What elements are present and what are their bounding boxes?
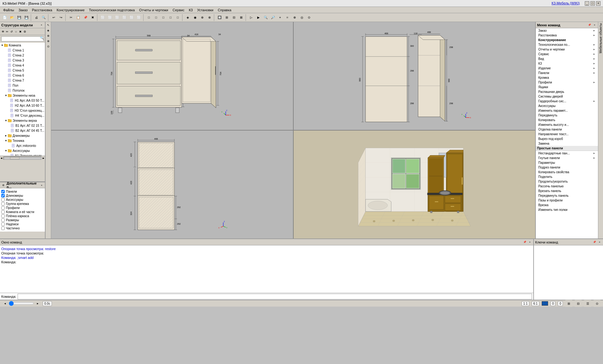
tb-d2[interactable]: ◉ [192,14,198,21]
tb-d3[interactable]: ⊕ [199,14,206,21]
cmd-item-1-4[interactable]: Ящики [536,85,598,89]
menu-design[interactable]: Конструирование [55,8,86,13]
tb-b3[interactable]: ⬜ [114,14,121,21]
cmd-item-1-13[interactable]: Отделка панели [536,127,598,132]
cmd-item-0-6[interactable]: Вид► [536,56,598,61]
tb-d1[interactable]: ◈ [184,14,191,21]
cmd-item-2-6[interactable]: Продлить/укоротить [536,179,598,184]
cmd-item-2-10[interactable]: Пазы и профили [536,198,598,203]
tree-item-22[interactable]: А1 'Зеркало квадр... [0,153,45,156]
tb-b6[interactable]: ⬜ [135,14,142,21]
tb-copy[interactable]: 📋 [75,14,82,21]
cmd-item-1-0[interactable]: Изделие► [536,66,598,71]
cmd-item-2-9[interactable]: Передвинуть панель [536,193,598,198]
menu-order[interactable]: Заказ [17,8,30,13]
tb-b4[interactable]: ⬜ [121,14,128,21]
cmd-pin[interactable]: 📌 [587,23,592,27]
keys-close[interactable]: × [597,240,602,244]
cmd-item-2-5[interactable]: Поделить [536,174,598,179]
menu-help[interactable]: Справка [216,8,233,13]
checkbox-3[interactable] [1,202,5,206]
cmd-item-2-1[interactable]: Гнутые панели► [536,156,598,160]
structure-search-input[interactable] [1,36,44,41]
struct-delete[interactable]: ✖ [18,29,23,34]
tb-zoom2[interactable]: 🔎 [269,14,276,21]
tb-b2[interactable]: ⬜ [106,14,113,21]
checkbox-9[interactable] [1,227,5,230]
vt4[interactable]: ⊗ [46,39,51,44]
tree-item-18[interactable]: ►Длиномеры [0,133,45,138]
checkbox-1[interactable] [1,194,5,197]
cmd-item-1-12[interactable]: Изменить высоту и... [536,122,598,127]
checkbox-2[interactable] [1,198,5,201]
status-btn1[interactable]: ⊞ [565,300,572,307]
tb-e1[interactable]: 🔲 [216,14,223,21]
menu-placement[interactable]: Расстановка [30,8,54,13]
viewport-3d[interactable] [294,131,535,238]
tree-item-13[interactable]: Н3 'Стол односекц... [0,108,45,113]
tb-print[interactable]: 🖨 [33,14,40,21]
tb-cut[interactable]: ✂ [68,14,74,21]
wiki-link[interactable]: К3-Мебель (WIKI) [551,1,580,6]
cmd-item-1-14[interactable]: Направление текст... [536,132,598,136]
tb-g3[interactable]: ⊕ [291,14,298,21]
menu-k3[interactable]: К3 [187,8,195,13]
tb-preview[interactable]: 🔍 [40,14,47,21]
cmd-item-2-12[interactable]: Изменить тип полки [536,207,598,212]
tree-item-3[interactable]: Стена 3 [0,58,45,63]
maximize-button[interactable]: □ [590,1,595,6]
checkbox-4[interactable] [1,206,5,210]
cmd-item-2-0[interactable]: Нестандартные пан...► [536,151,598,156]
hscroll-track[interactable] [3,157,41,160]
tree-item-11[interactable]: Н1 Арт.:АА 03 50 Т... [0,98,45,103]
tree-item-9[interactable]: Потолок [0,88,45,93]
cmd-item-1-10[interactable]: Передвинуть [536,113,598,118]
hscroll-thumb[interactable] [10,157,19,159]
viewport-bottom-left[interactable]: 468 [51,131,293,238]
status-btn4[interactable]: ⊙ [594,300,600,307]
tb-f2[interactable]: ▶ [255,14,262,21]
viewport-top-right[interactable]: 468 118 [294,22,535,130]
tb-b1[interactable]: ⬜ [99,14,106,21]
add-close[interactable]: × [40,183,44,187]
status-btn3[interactable]: ☰ [584,300,591,307]
tb-f1[interactable]: ▷ [248,14,255,21]
tb-redo[interactable]: ↪ [57,14,64,21]
status-btn2[interactable]: ⊟ [575,300,582,307]
cmd-item-1-8[interactable]: Аксессуары [536,104,598,108]
tb-undo[interactable]: ↩ [50,14,57,21]
tb-paste[interactable]: 📌 [82,14,89,21]
cmd-item-1-2[interactable]: Кромка [536,75,598,80]
cmd-item-1-16[interactable]: Замена [536,141,598,146]
tree-item-17[interactable]: В2 Арт.:АГ 04 45 Т... [0,128,45,133]
cmd-item-2-4[interactable]: Копировать свойства [536,170,598,174]
cmd-item-0-7[interactable]: К3► [536,61,598,66]
viewport-top-left[interactable]: 568 34 [51,22,293,130]
tb-g5[interactable]: ⊙ [306,14,312,21]
tree-item-4[interactable]: Стена 4 [0,63,45,68]
cmd-item-2-3[interactable]: Подрез панели [536,165,598,170]
tree-item-10[interactable]: ▼Элементы низа [0,93,45,98]
tb-delete[interactable]: ✖ [89,14,96,21]
tb-c3[interactable]: □ [160,14,167,21]
cmd-item-1-15[interactable]: Вырез под короб [536,136,598,141]
tree-container[interactable]: ▼КомнатаСтена 1Стена 2Стена 3Стена 4Стен… [0,43,45,156]
cmd-item-1-11[interactable]: Копировать [536,118,598,122]
tb-c1[interactable]: □ [145,14,152,21]
menu-tech[interactable]: Технологическая подготовка [87,8,137,13]
struct-close[interactable]: × [39,23,44,27]
tb-c2[interactable]: □ [153,14,160,21]
tb-save2[interactable]: 💾 [23,14,30,21]
hscroll-left[interactable]: ◄ [0,157,3,160]
tree-item-20[interactable]: Арт.:mitoronto [0,143,45,148]
tb-save[interactable]: 💾 [16,14,23,21]
tb-e2[interactable]: ⊞ [223,14,230,21]
cmd-item-1-1[interactable]: Панели► [536,71,598,75]
cmd-item-2-7[interactable]: Рассечь панелью [536,184,598,189]
tb-e4[interactable]: ⊠ [238,14,245,21]
cmd-item-0-0[interactable]: Заказ► [536,28,598,33]
tree-item-0[interactable]: ▼Комната [0,43,45,48]
tb-c4[interactable]: □ [167,14,174,21]
checkbox-5[interactable] [1,210,5,214]
cmd-item-0-2[interactable]: Конструирование [536,38,598,42]
